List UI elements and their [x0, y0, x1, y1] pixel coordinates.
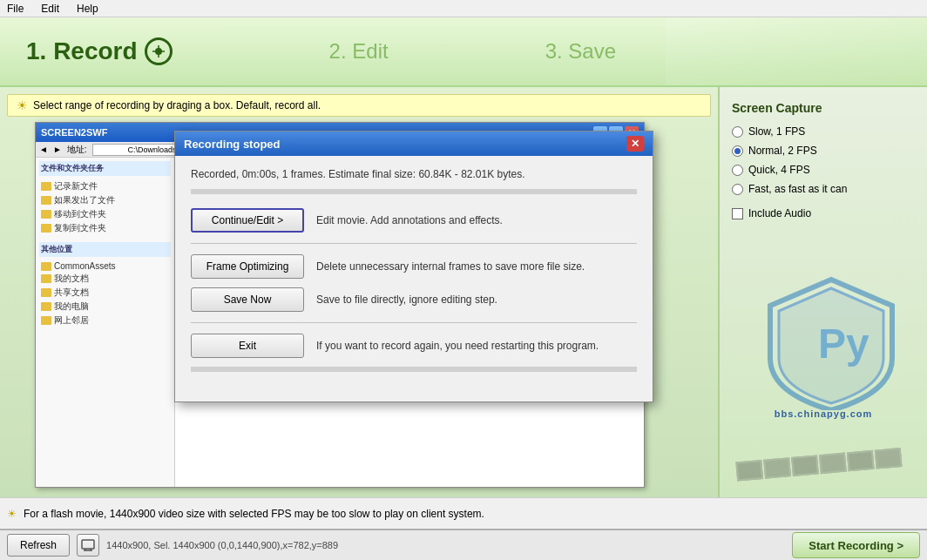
shield-logo: Py [761, 271, 901, 410]
sidebar-section-2: 其他位置 [39, 242, 171, 257]
sidebar-folder-2[interactable]: 如果发出了文件 [39, 193, 171, 207]
step-1: 1. Record [26, 37, 173, 65]
status-text: For a flash movie, 1440x900 video size w… [24, 508, 920, 520]
radio-quick[interactable]: Quick, 4 FPS [732, 164, 915, 176]
folder-icon-2 [41, 196, 51, 205]
dialog-close-button[interactable]: ✕ [626, 136, 644, 152]
start-recording-button[interactable]: Start Recording > [792, 532, 920, 558]
include-audio-option[interactable]: Include Audio [732, 207, 915, 219]
coords-text: 1440x900, Sel. 1440x900 (0,0,1440,900),x… [106, 540, 338, 550]
radio-normal-label: Normal, 2 FPS [748, 145, 817, 157]
dialog-content: Recorded, 0m:00s, 1 frames. Estimate fin… [175, 156, 653, 401]
continue-edit-button[interactable]: Continue/Edit > [191, 208, 304, 233]
svg-text:Py: Py [818, 320, 869, 367]
bottom-toolbar: Refresh 1440x900, Sel. 1440x900 (0,0,144… [0, 529, 927, 560]
explorer-title: SCREEN2SWF [41, 127, 107, 138]
monitor-icon [81, 539, 95, 551]
dialog-titlebar: Recording stoped ✕ [175, 132, 653, 156]
sidebar-folder-5[interactable]: CommonAssets [39, 260, 171, 272]
logo-area: Py [761, 271, 927, 428]
radio-slow[interactable]: Slow, 1 FPS [732, 125, 915, 138]
dialog-row-exit: Exit If you want to record again, you ne… [191, 334, 637, 358]
sidebar-folder-9[interactable]: 网上邻居 [39, 314, 171, 327]
radio-slow-circle [732, 126, 743, 138]
sidebar-folder-3[interactable]: 移动到文件夹 [39, 207, 171, 221]
status-bar: ☀ For a flash movie, 1440x900 video size… [0, 497, 927, 529]
step-2-label: 2. Edit [329, 39, 389, 64]
screen-icon-button[interactable] [77, 534, 99, 557]
explorer-sidebar: 文件和文件夹任务 记录新文件 如果发出了文件 移动到文件夹 [36, 158, 175, 487]
radio-normal-circle [732, 145, 743, 157]
dialog-row-continue: Continue/Edit > Edit movie. Add annotati… [191, 208, 637, 233]
recording-stopped-dialog: Recording stoped ✕ Recorded, 0m:00s, 1 f… [174, 131, 653, 402]
dialog-row-frame-opt: Frame Optimizing Delete unnecessary inte… [191, 254, 637, 279]
menu-edit[interactable]: Edit [37, 2, 63, 16]
refresh-button[interactable]: Refresh [7, 534, 70, 557]
right-panel: Screen Capture Slow, 1 FPS Normal, 2 FPS… [718, 87, 927, 497]
step-2: 2. Edit [329, 39, 389, 64]
menubar: File Edit Help [0, 0, 927, 17]
sidebar-folder-8[interactable]: 我的电脑 [39, 300, 171, 314]
sidebar-folder-4[interactable]: 复制到文件夹 [39, 221, 171, 235]
sidebar-folder-1[interactable]: 记录新文件 [39, 179, 171, 193]
radio-fast-circle [732, 184, 743, 195]
include-audio-checkbox [732, 208, 743, 219]
toolbar-back[interactable]: ◄ [39, 145, 48, 154]
folder-icon-3 [41, 210, 51, 219]
right-panel-title: Screen Capture [732, 101, 915, 115]
folder-icon-8 [41, 302, 51, 311]
frame-optimizing-desc: Delete unnecessary internal frames to sa… [316, 260, 585, 273]
dialog-info-text: Recorded, 0m:00s, 1 frames. Estimate fin… [191, 168, 637, 180]
radio-slow-label: Slow, 1 FPS [748, 125, 805, 138]
radio-quick-circle [732, 165, 743, 176]
folder-icon-9 [41, 316, 51, 325]
info-bar: ☀ Select range of recording by draging a… [7, 94, 711, 117]
sidebar-section-title: 文件和文件夹任务 [39, 161, 171, 176]
continue-edit-desc: Edit movie. Add annotations and effects. [316, 214, 503, 226]
exit-desc: If you want to record again, you need re… [316, 340, 599, 352]
toolbar-forward[interactable]: ► [53, 145, 62, 154]
radio-fast[interactable]: Fast, as fast as it can [732, 183, 915, 195]
toolbar-address: 地址: [67, 144, 87, 156]
step-3-label: 3. Save [545, 39, 616, 64]
sidebar-folder-6[interactable]: 我的文档 [39, 272, 171, 286]
radio-quick-label: Quick, 4 FPS [748, 164, 810, 176]
step-3: 3. Save [545, 39, 616, 64]
site-url: bbs.chinapyg.com [720, 408, 927, 419]
dialog-progress-bar [191, 189, 637, 194]
menu-help[interactable]: Help [73, 2, 102, 16]
header-steps: 1. Record 2. Edit 3. Save [0, 17, 927, 87]
save-now-button[interactable]: Save Now [191, 287, 304, 312]
step-1-label: 1. Record [26, 37, 138, 65]
exit-button[interactable]: Exit [191, 334, 304, 358]
screen-capture-options: Slow, 1 FPS Normal, 2 FPS Quick, 4 FPS F… [732, 125, 915, 195]
dialog-title: Recording stoped [184, 138, 281, 151]
filmstrip-decoration [735, 445, 927, 497]
status-icon: ☀ [7, 508, 17, 520]
info-icon: ☀ [17, 98, 28, 112]
info-text: Select range of recording by draging a b… [33, 99, 321, 111]
include-audio-label: Include Audio [748, 207, 811, 219]
sidebar-folder-7[interactable]: 共享文档 [39, 286, 171, 300]
menu-file[interactable]: File [3, 2, 27, 16]
folder-icon-1 [41, 182, 51, 191]
dialog-separator-1 [191, 243, 637, 244]
left-content: ☀ Select range of recording by draging a… [0, 87, 718, 497]
folder-icon-5 [41, 262, 51, 271]
step-1-icon [145, 37, 173, 65]
main-area: ☀ Select range of recording by draging a… [0, 87, 927, 497]
folder-icon-4 [41, 224, 51, 233]
frame-optimizing-button[interactable]: Frame Optimizing [191, 254, 304, 279]
folder-icon-6 [41, 274, 51, 283]
save-now-desc: Save to file directly, ignore editing st… [316, 293, 497, 306]
dialog-progress-bar-bottom [191, 367, 637, 372]
dialog-row-save-now: Save Now Save to file directly, ignore e… [191, 287, 637, 312]
radio-fast-label: Fast, as fast as it can [748, 183, 847, 195]
svg-rect-4 [82, 540, 94, 549]
dialog-separator-2 [191, 322, 637, 323]
folder-icon-7 [41, 288, 51, 297]
radio-normal[interactable]: Normal, 2 FPS [732, 145, 915, 157]
